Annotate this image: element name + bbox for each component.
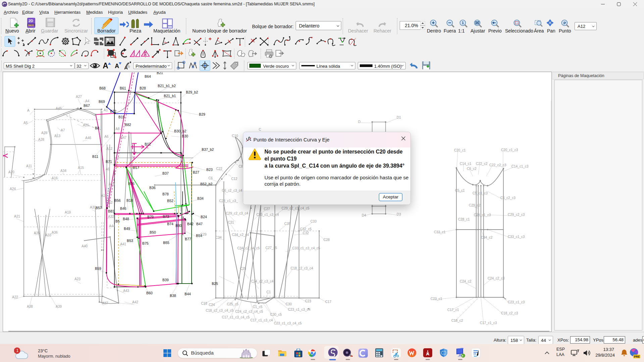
svg-text:C34_c2_c4: C34_c2_c4 xyxy=(232,233,249,237)
svg-text:B11: B11 xyxy=(92,155,98,159)
svg-text:A42: A42 xyxy=(132,300,138,304)
svg-text:A23: A23 xyxy=(75,277,81,281)
svg-text:PRE: PRE xyxy=(634,355,640,358)
svg-text:C23: C23 xyxy=(305,299,311,303)
svg-text:A21: A21 xyxy=(14,215,20,218)
svg-text:A: A xyxy=(103,61,108,70)
svg-text:A13: A13 xyxy=(54,134,60,138)
svg-text:C33: C33 xyxy=(310,220,317,223)
svg-text:C17_c1_c3_c4: C17_c1_c3_c4 xyxy=(250,318,273,322)
svg-text:C1_c5: C1_c5 xyxy=(253,305,262,309)
svg-text:C: C xyxy=(259,128,261,131)
svg-text:C29_c2_c3_c4: C29_c2_c3_c4 xyxy=(226,212,248,215)
svg-text:C5_c1_c3: C5_c1_c3 xyxy=(473,191,488,195)
svg-text:C6_c2_c3_c4: C6_c2_c3_c4 xyxy=(222,189,243,192)
svg-text:B74: B74 xyxy=(167,222,174,226)
svg-text:D3: D3 xyxy=(397,213,401,216)
svg-text:A20: A20 xyxy=(8,170,14,174)
svg-text:B64: B64 xyxy=(145,74,151,78)
svg-text:C33_c1: C33_c1 xyxy=(434,230,446,234)
svg-text:B76: B76 xyxy=(128,182,135,186)
svg-text:A19: A19 xyxy=(101,194,107,197)
svg-text:B30_b2: B30_b2 xyxy=(174,129,186,133)
svg-text:C22_c2_c3: C22_c2_c3 xyxy=(489,163,506,167)
svg-text:A: A xyxy=(27,109,30,112)
svg-text:A5: A5 xyxy=(23,121,28,125)
svg-text:C28_c1: C28_c1 xyxy=(458,218,470,221)
svg-text:B68: B68 xyxy=(99,86,106,90)
svg-text:B21: B21 xyxy=(157,72,163,75)
svg-text:C24_c2: C24_c2 xyxy=(460,280,472,283)
svg-text:C23_c1: C23_c1 xyxy=(431,297,442,301)
svg-text:A26: A26 xyxy=(83,123,89,127)
svg-text:C25_c5: C25_c5 xyxy=(227,302,239,306)
svg-text:A27: A27 xyxy=(76,95,82,99)
svg-text:A11: A11 xyxy=(26,164,32,168)
svg-text:B24: B24 xyxy=(201,215,207,219)
svg-text:D4: D4 xyxy=(362,214,366,217)
svg-text:B82: B82 xyxy=(125,123,131,127)
svg-text:C29_c2: C29_c2 xyxy=(469,203,481,207)
svg-text:A41: A41 xyxy=(120,242,126,246)
svg-text:A46: A46 xyxy=(85,136,91,140)
svg-text:B55: B55 xyxy=(163,241,169,245)
svg-text:B57: B57 xyxy=(96,206,102,210)
svg-text:A30: A30 xyxy=(90,205,96,209)
svg-text:B61: B61 xyxy=(120,86,126,90)
svg-text:C34_c2_c4_c5: C34_c2_c4_c5 xyxy=(237,246,260,250)
svg-text:C6: C6 xyxy=(208,176,213,180)
svg-text:C29: C29 xyxy=(200,233,207,236)
svg-text:C18_c2: C18_c2 xyxy=(451,319,463,322)
svg-text:B30: B30 xyxy=(182,134,188,138)
svg-text:C27_c5: C27_c5 xyxy=(265,246,277,250)
svg-text:B25: B25 xyxy=(212,282,218,286)
svg-text:B15: B15 xyxy=(118,115,125,119)
svg-text:C23_c1_c3_c4_c5: C23_c1_c3_c4_c5 xyxy=(274,321,302,325)
svg-text:C10: C10 xyxy=(232,134,238,138)
svg-text:A43: A43 xyxy=(123,289,129,293)
svg-text:C32_c5: C32_c5 xyxy=(300,227,312,231)
svg-text:A7: A7 xyxy=(61,128,65,132)
svg-text:A32: A32 xyxy=(108,215,114,219)
svg-text:A40: A40 xyxy=(82,244,88,248)
svg-text:SM2D: SM2D xyxy=(28,24,34,26)
svg-text:B8: B8 xyxy=(95,126,99,130)
svg-text:C33_c1_c3_c4_c5: C33_c1_c3_c4_c5 xyxy=(292,246,320,250)
svg-text:C24_c2_c3_c4: C24_c2_c3_c4 xyxy=(251,280,274,283)
svg-text:A: A xyxy=(115,63,119,69)
svg-text:A19: A19 xyxy=(65,210,71,214)
svg-text:C29_c2_c3_c4_c5: C29_c2_c3_c4_c5 xyxy=(282,206,309,210)
svg-text:C31: C31 xyxy=(228,221,234,224)
svg-text:C6_c2: C6_c2 xyxy=(467,167,477,171)
svg-text:B44: B44 xyxy=(185,292,191,296)
svg-text:A25: A25 xyxy=(41,131,47,135)
svg-text:C24: C24 xyxy=(209,303,215,307)
svg-text:A22: A22 xyxy=(12,295,18,299)
svg-text:B37_b2: B37_b2 xyxy=(202,147,214,152)
svg-text:B17: B17 xyxy=(133,166,139,170)
svg-text:B71: B71 xyxy=(106,160,112,164)
svg-text:B38: B38 xyxy=(170,294,176,298)
svg-text:B42: B42 xyxy=(187,222,194,226)
svg-text:C33_c1_c3_c4: C33_c1_c3_c4 xyxy=(256,213,279,217)
svg-text:A39: A39 xyxy=(56,305,62,308)
svg-text:B52_b2: B52_b2 xyxy=(200,182,212,186)
svg-text:B12: B12 xyxy=(145,142,151,146)
svg-text:A16: A16 xyxy=(52,176,58,180)
svg-text:A28: A28 xyxy=(38,138,44,141)
svg-text:C28: C28 xyxy=(324,238,330,242)
svg-text:C18_c2_c3_c4_c5: C18_c2_c3_c4_c5 xyxy=(206,309,234,312)
svg-text:B5: B5 xyxy=(115,219,120,223)
svg-text:C29_c2_c3: C29_c2_c3 xyxy=(508,213,525,217)
svg-text:B37: B37 xyxy=(162,171,169,175)
svg-text:B48: B48 xyxy=(123,217,129,221)
svg-text:A9: A9 xyxy=(106,167,110,171)
svg-text:D: D xyxy=(358,120,360,124)
svg-text:C30_c5: C30_c5 xyxy=(270,313,282,316)
svg-text:P: P xyxy=(563,21,566,25)
svg-text:C28_c1_c3: C28_c1_c3 xyxy=(474,213,491,217)
svg-text:B50: B50 xyxy=(150,230,156,234)
svg-text:B52: B52 xyxy=(167,199,174,203)
svg-text:C24_c2_c3: C24_c2_c3 xyxy=(488,277,505,280)
svg-text:D1: D1 xyxy=(397,116,401,119)
